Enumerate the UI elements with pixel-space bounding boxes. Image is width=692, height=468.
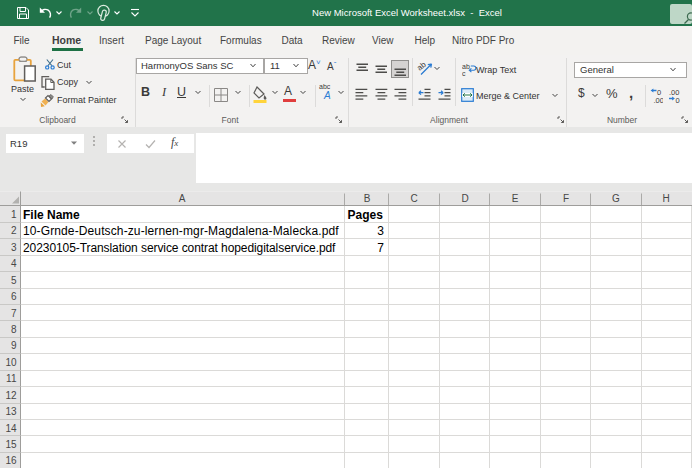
svg-text:13: 13 [5,406,17,417]
svg-text:6: 6 [11,291,17,302]
svg-text:11: 11 [6,373,17,384]
svg-text:E: E [512,193,519,204]
svg-text:A: A [179,193,186,204]
svg-text:9: 9 [11,340,17,351]
svg-text:0: 0 [675,95,679,104]
svg-text:B: B [364,193,371,204]
svg-text:F: F [563,193,569,204]
svg-text:7: 7 [11,308,17,319]
svg-text:G: G [612,193,620,204]
svg-text:H: H [662,193,669,204]
svg-text:4: 4 [11,258,17,269]
svg-text:15: 15 [5,439,17,450]
svg-text:c: c [462,70,466,77]
svg-text:3: 3 [11,242,17,253]
svg-text:14: 14 [5,423,17,434]
svg-text:3: 3 [377,224,384,238]
svg-text:File Name: File Name [23,208,80,222]
svg-text:2: 2 [11,225,17,236]
svg-text:5: 5 [11,275,17,286]
svg-text:10: 10 [5,357,17,368]
svg-text:D: D [461,193,468,204]
svg-text:ab: ab [462,63,470,70]
svg-text:1: 1 [11,209,17,220]
svg-text:.00: .00 [653,95,663,104]
svg-text:C: C [410,193,417,204]
svg-text:10-Grnde-Deutsch-zu-lernen-mgr: 10-Grnde-Deutsch-zu-lernen-mgr-Magdalena… [23,224,339,238]
svg-text:16: 16 [5,455,17,466]
svg-text:7: 7 [377,241,384,255]
svg-text:12: 12 [5,390,17,401]
svg-text:8: 8 [11,324,17,335]
svg-text:Pages: Pages [348,208,384,222]
svg-text:20230105-Translation service c: 20230105-Translation service contrat hop… [23,241,336,255]
svg-text:ab: ab [417,61,428,73]
